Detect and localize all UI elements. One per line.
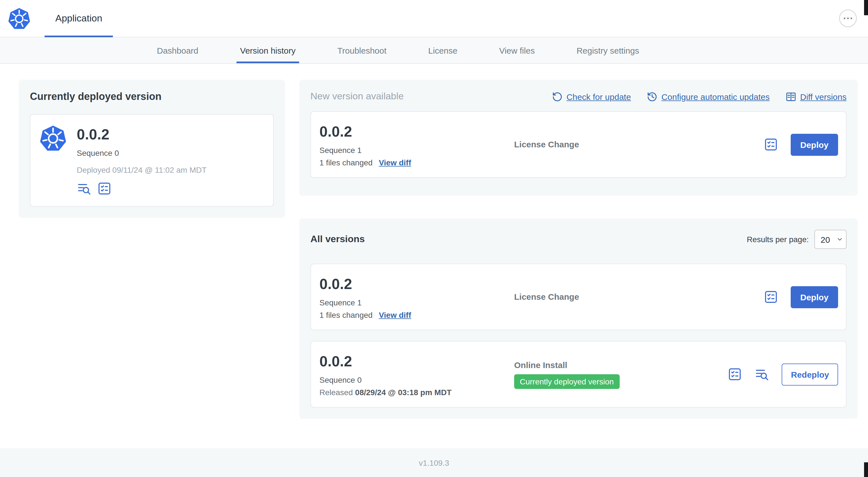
files-changed-row: 1 files changed View diff	[319, 310, 514, 320]
deployed-version-number: 0.0.2	[77, 125, 207, 144]
new-version-panel: New version available Check for update	[299, 80, 858, 196]
release-notes-button[interactable]	[764, 137, 778, 152]
results-per-page: Results per page: 20	[747, 230, 846, 249]
files-changed-row: 1 files changed View diff	[319, 158, 514, 167]
console-version: v1.109.3	[419, 458, 449, 467]
release-notes-button[interactable]	[728, 367, 742, 382]
deployed-version-card: 0.0.2 Sequence 0 Deployed 09/11/24 @ 11:…	[30, 114, 274, 207]
version-number: 0.0.2	[319, 122, 514, 141]
released-timestamp: Released08/29/24 @ 03:18 pm MDT	[319, 388, 514, 397]
deployed-timestamp: Deployed 09/11/24 @ 11:02 am MDT	[77, 166, 207, 174]
release-notes-button[interactable]	[97, 181, 112, 196]
version-rows: 0.0.2 Sequence 1 1 files changed View di…	[310, 264, 846, 408]
app-tab-label: Application	[55, 13, 102, 24]
version-info: 0.0.2 Sequence 0 Released08/29/24 @ 03:1…	[319, 352, 514, 397]
checklist-icon	[97, 181, 112, 196]
all-versions-panel: All versions Results per page: 20	[299, 218, 858, 419]
results-per-page-label: Results per page:	[747, 235, 809, 244]
deploy-button[interactable]: Deploy	[791, 133, 838, 155]
nav-tab-dashboard[interactable]: Dashboard	[154, 37, 202, 63]
check-for-update-link[interactable]: Check for update	[552, 91, 631, 102]
released-date: 08/29/24 @ 03:18 pm MDT	[355, 388, 452, 397]
version-actions: Check for update Configure automatic upd…	[552, 91, 846, 102]
version-info: 0.0.2 Sequence 1 1 files changed View di…	[319, 122, 514, 167]
right-column: New version available Check for update	[299, 80, 858, 419]
rotate-ccw-icon	[552, 91, 562, 102]
version-card-actions: Redeploy	[728, 363, 838, 385]
version-source: License Change	[514, 140, 764, 150]
deploy-button[interactable]: Deploy	[791, 286, 838, 308]
top-bar: Application	[0, 0, 868, 37]
results-per-page-select[interactable]: 20	[814, 230, 846, 249]
files-changed-label: 1 files changed	[319, 158, 372, 167]
all-versions-title: All versions	[310, 234, 365, 245]
logs-icon	[755, 367, 770, 382]
view-logs-button[interactable]	[755, 367, 770, 382]
release-notes-button[interactable]	[764, 290, 778, 304]
new-version-card: 0.0.2 Sequence 1 1 files changed View di…	[310, 111, 846, 178]
released-label: Released	[319, 388, 353, 397]
currently-deployed-badge: Currently deployed version	[514, 374, 619, 389]
nav-tab-registry-settings[interactable]: Registry settings	[573, 37, 643, 63]
source-label: License Change	[514, 292, 579, 301]
checklist-icon	[764, 290, 778, 304]
logs-icon	[77, 181, 91, 196]
version-source: License Change	[514, 292, 764, 302]
nav-tab-version-history[interactable]: Version history	[237, 37, 299, 63]
deployed-actions	[77, 181, 207, 196]
version-row: 0.0.2 Sequence 0 Released08/29/24 @ 03:1…	[310, 341, 846, 408]
view-diff-link[interactable]: View diff	[379, 158, 411, 167]
checklist-icon	[764, 137, 778, 152]
footer: v1.109.3	[0, 448, 868, 477]
deployed-version-info: 0.0.2 Sequence 0 Deployed 09/11/24 @ 11:…	[77, 125, 207, 196]
configure-automatic-updates-link[interactable]: Configure automatic updates	[647, 91, 770, 102]
version-sequence: Sequence 1	[319, 298, 514, 307]
main-content: Currently deployed version	[0, 64, 868, 448]
nav-tab-view-files[interactable]: View files	[496, 37, 538, 63]
version-card-actions: Deploy	[764, 133, 838, 155]
checklist-icon	[728, 367, 742, 382]
source-label: Online Install	[514, 360, 728, 369]
version-sequence: Sequence 0	[319, 376, 514, 384]
scrollbar-thumb-bottom[interactable]	[864, 462, 868, 477]
diff-icon	[785, 91, 796, 102]
currently-deployed-title: Currently deployed version	[30, 91, 274, 103]
overflow-menu-button[interactable]	[839, 9, 857, 27]
nav-tab-troubleshoot[interactable]: Troubleshoot	[334, 37, 390, 63]
deployed-sequence: Sequence 0	[77, 148, 207, 157]
version-info: 0.0.2 Sequence 1 1 files changed View di…	[319, 274, 514, 320]
app-nav: Dashboard Version history Troubleshoot L…	[0, 37, 868, 64]
all-versions-header: All versions Results per page: 20	[310, 230, 846, 249]
redeploy-button[interactable]: Redeploy	[782, 363, 838, 385]
kots-admin-console: Application Dashboard Version history Tr…	[0, 0, 868, 477]
history-clock-icon	[647, 91, 657, 102]
source-label: License Change	[514, 140, 579, 149]
version-number: 0.0.2	[319, 352, 514, 371]
scrollbar-thumb-top[interactable]	[864, 0, 868, 15]
diff-versions-link[interactable]: Diff versions	[785, 91, 846, 102]
files-changed-label: 1 files changed	[319, 310, 372, 320]
new-version-title: New version available	[310, 91, 404, 102]
kubernetes-app-icon	[39, 125, 67, 196]
currently-deployed-panel: Currently deployed version	[19, 80, 285, 218]
ellipsis-icon	[844, 18, 852, 19]
nav-tab-license[interactable]: License	[425, 37, 461, 63]
version-sequence: Sequence 1	[319, 146, 514, 155]
version-row: 0.0.2 Sequence 1 1 files changed View di…	[310, 264, 846, 330]
view-diff-link[interactable]: View diff	[379, 310, 411, 320]
version-source: Online Install Currently deployed versio…	[514, 360, 728, 389]
kubernetes-logo-icon	[8, 7, 30, 30]
tab-application[interactable]: Application	[44, 0, 113, 37]
new-version-header: New version available Check for update	[310, 91, 846, 102]
app-logo[interactable]	[7, 7, 32, 30]
view-logs-button[interactable]	[77, 181, 91, 196]
version-card-actions: Deploy	[764, 286, 838, 308]
version-number: 0.0.2	[319, 274, 514, 294]
